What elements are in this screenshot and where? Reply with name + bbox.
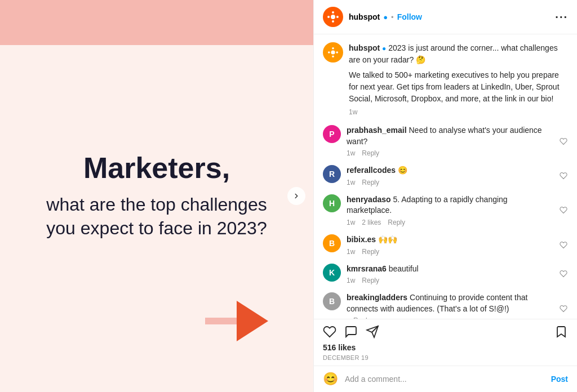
comment-username: bibix.es [347, 235, 376, 244]
comment-reply[interactable]: Reply [362, 277, 379, 284]
follow-button[interactable]: Follow [397, 12, 422, 21]
comment-like-button[interactable] [559, 269, 568, 278]
bookmark-button[interactable] [554, 325, 568, 338]
comment-time: 1w [347, 277, 355, 284]
comment-username: henryadaso [347, 195, 391, 204]
verified-badge: ● [383, 13, 388, 21]
header-dot: • [391, 13, 394, 21]
comment-content: breakingladders Continuing to provide co… [347, 292, 553, 319]
svg-point-8 [328, 51, 330, 54]
post-image-subtitle: what are the top challenges you expect t… [34, 193, 279, 240]
share-button[interactable] [366, 325, 379, 338]
more-options-button[interactable]: ··· [555, 11, 568, 24]
caption-extended: We talked to 500+ marketing executives t… [349, 69, 568, 105]
comment-text: breakingladders Continuing to provide co… [347, 292, 553, 314]
post-header: hubspot ● • Follow ··· [314, 0, 577, 34]
svg-point-2 [332, 20, 334, 23]
comment-time: 1w [347, 179, 355, 186]
comment-like-button[interactable] [559, 206, 568, 215]
comment-item: K kmrsrana6 beautiful 1w Reply [323, 264, 568, 285]
comment-content: henryadaso 5. Adapting to a rapidly chan… [347, 194, 553, 226]
comment-avatar-letter: B [323, 292, 341, 310]
comment-reply[interactable]: Reply [362, 179, 379, 186]
caption-text-content: 2023 is just around the corner... what c… [349, 43, 558, 64]
comment-body: beautiful [389, 264, 419, 273]
comment-username: breakingladders [347, 293, 407, 302]
likes-count: 516 likes [323, 343, 568, 352]
arrow-head [237, 301, 268, 341]
comment-time: 1w [347, 219, 355, 226]
comment-text: kmrsrana6 beautiful [347, 264, 553, 275]
comment-item: P prabhash_email Need to analyse what's … [323, 125, 568, 157]
post-detail-panel: hubspot ● • Follow ··· hubspot [313, 0, 577, 392]
action-bar: 516 likes DECEMBER 19 [314, 319, 577, 366]
post-image-content: Marketers, what are the top challenges y… [0, 152, 313, 240]
comment-body: 😊 [398, 166, 407, 175]
caption-username: hubspot [349, 43, 380, 52]
comment-content: prabhash_email Need to analyse what's yo… [347, 125, 553, 157]
comment-reply[interactable]: Reply [388, 219, 405, 226]
comment-avatar-letter: H [323, 194, 341, 212]
comment-username: prabhash_email [347, 126, 407, 135]
arrow-tail [205, 318, 239, 324]
action-icons [323, 325, 568, 338]
like-button[interactable] [323, 325, 336, 338]
caption-content: hubspot ● 2023 is just around the corner… [349, 42, 568, 116]
comment-text: referallcodes 😊 [347, 165, 553, 176]
svg-point-3 [327, 16, 330, 18]
comment-item: R referallcodes 😊 1w Reply [323, 165, 568, 186]
comment-content: referallcodes 😊 1w Reply [347, 165, 553, 186]
comment-username: referallcodes [347, 166, 396, 175]
svg-point-0 [331, 15, 335, 19]
comment-input-row: 😊 Post [314, 366, 577, 392]
verified-badge-caption: ● [382, 44, 386, 52]
caption-time: 1w [349, 108, 568, 116]
svg-point-7 [332, 55, 334, 57]
comment-like-button[interactable] [559, 137, 568, 146]
comments-list: P prabhash_email Need to analyse what's … [323, 125, 568, 319]
comment-text: henryadaso 5. Adapting to a rapidly chan… [347, 194, 553, 216]
comment-avatar-letter: K [323, 264, 341, 282]
comment-meta: 1w Reply [347, 149, 553, 157]
comment-avatar: K [323, 264, 341, 282]
comment-item: B breakingladders Continuing to provide … [323, 292, 568, 319]
comment-content: kmrsrana6 beautiful 1w Reply [347, 264, 553, 285]
comment-time: 1w [347, 248, 355, 256]
comment-input[interactable] [345, 375, 544, 384]
comment-avatar: R [323, 165, 341, 183]
emoji-button[interactable]: 😊 [323, 372, 338, 386]
caption-text: hubspot ● 2023 is just around the corner… [349, 42, 568, 66]
post-image-panel: Marketers, what are the top challenges y… [0, 0, 313, 392]
header-username: hubspot [349, 12, 380, 21]
comment-avatar: P [323, 125, 341, 143]
comment-reply[interactable]: Reply [362, 248, 379, 256]
comment-text: prabhash_email Need to analyse what's yo… [347, 125, 553, 147]
comment-avatar: B [323, 292, 341, 310]
svg-point-1 [332, 11, 334, 14]
comment-time: 1w [347, 149, 355, 157]
post-comment-button[interactable]: Post [551, 375, 568, 384]
svg-point-5 [331, 50, 335, 54]
svg-point-6 [332, 47, 334, 50]
comment-content: bibix.es 🙌🙌 1w Reply [347, 234, 553, 256]
comment-avatar: B [323, 234, 341, 252]
svg-point-9 [336, 51, 338, 54]
svg-point-4 [336, 16, 339, 18]
comment-like-button[interactable] [559, 240, 568, 250]
arrow-decoration [205, 301, 268, 341]
next-image-button[interactable] [287, 187, 305, 205]
comment-like-button[interactable] [559, 171, 568, 180]
caption-avatar [323, 42, 343, 63]
comment-username: kmrsrana6 [347, 264, 387, 273]
comment-button[interactable] [344, 325, 358, 338]
header-avatar [323, 7, 343, 27]
post-image-top-bar [0, 0, 313, 45]
comment-item: H henryadaso 5. Adapting to a rapidly ch… [323, 194, 568, 226]
comment-like-button[interactable] [559, 304, 568, 313]
comment-meta: 1w Reply [347, 248, 553, 256]
header-username-row: hubspot ● • Follow [349, 12, 549, 21]
post-date: DECEMBER 19 [323, 354, 568, 361]
comment-meta: 1w Reply [347, 277, 553, 284]
comment-reply[interactable]: Reply [362, 149, 379, 157]
comment-item: B bibix.es 🙌🙌 1w Reply [323, 234, 568, 256]
